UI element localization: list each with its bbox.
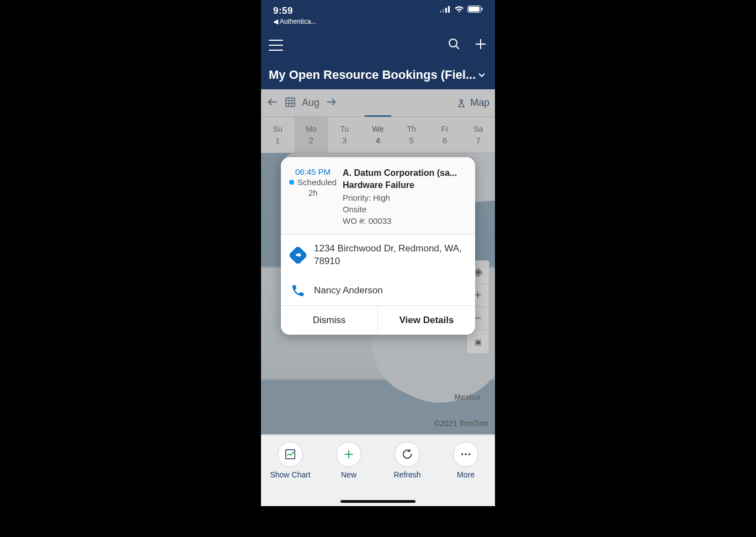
view-title: My Open Resource Bookings (Fiel... <box>269 68 476 82</box>
refresh-button[interactable]: Refresh <box>378 442 436 506</box>
cellular-icon <box>440 6 451 13</box>
map-toggle[interactable]: Map <box>456 97 489 109</box>
menu-button[interactable] <box>269 40 283 51</box>
phone-frame: 9:59 ◀ Authentica... My Open Resource Bo… <box>261 0 495 506</box>
dismiss-button[interactable]: Dismiss <box>281 306 378 335</box>
svg-point-7 <box>449 39 457 47</box>
refresh-icon <box>401 448 413 460</box>
map-country-label: Mexico <box>455 393 481 401</box>
svg-point-25 <box>461 453 463 455</box>
booking-company: A. Datum Corporation (sa... <box>343 167 466 179</box>
status-indicators <box>440 6 483 13</box>
booking-location-type: Onsite <box>343 203 466 215</box>
status-bar: 9:59 ◀ Authentica... <box>261 0 495 30</box>
prev-period-button[interactable] <box>267 96 279 110</box>
app-nav-bar <box>261 30 495 61</box>
search-button[interactable] <box>448 37 461 53</box>
call-row[interactable]: Nancy Anderson <box>281 276 475 305</box>
chart-icon <box>284 448 296 460</box>
booking-status: Scheduled <box>297 178 337 187</box>
calendar-button[interactable] <box>284 96 296 110</box>
day-fr[interactable]: Fr6 <box>428 117 462 153</box>
day-mo[interactable]: Mo2 <box>295 117 328 153</box>
map-pin-icon <box>456 98 467 109</box>
new-button[interactable]: New <box>320 442 378 506</box>
more-button[interactable]: More <box>436 442 495 506</box>
svg-rect-6 <box>482 8 483 10</box>
home-indicator <box>340 500 416 503</box>
wifi-icon <box>454 6 464 13</box>
status-time: 9:59 <box>273 6 293 17</box>
day-sa[interactable]: Sa7 <box>461 117 495 153</box>
arrow-right-icon <box>325 96 337 108</box>
day-th[interactable]: Th5 <box>395 117 428 153</box>
svg-rect-1 <box>443 9 444 13</box>
svg-rect-2 <box>445 8 447 13</box>
booking-time: 06:45 PM <box>295 167 331 176</box>
plus-icon <box>343 448 355 460</box>
day-su[interactable]: Su1 <box>261 117 295 153</box>
week-row: Su1 Mo2 Tu3 We4 Th5 Fr6 Sa7 <box>261 117 495 153</box>
month-label: Aug <box>302 97 320 109</box>
booking-card: 06:45 PM Scheduled 2h A. Datum Corporati… <box>281 157 475 335</box>
svg-point-27 <box>468 453 470 455</box>
chevron-down-icon <box>476 69 487 80</box>
svg-point-26 <box>465 453 466 455</box>
arrow-left-icon <box>267 96 279 108</box>
plus-icon <box>474 37 487 51</box>
next-period-button[interactable] <box>325 96 337 110</box>
show-chart-button[interactable]: Show Chart <box>261 442 320 506</box>
day-tu[interactable]: Tu3 <box>328 117 361 153</box>
svg-rect-5 <box>468 7 480 12</box>
calendar-icon <box>284 96 296 108</box>
bottom-toolbar: Show Chart New Refresh More <box>261 436 495 506</box>
map-credit: ©2021 TomTom <box>434 419 488 428</box>
phone-icon <box>291 283 305 298</box>
more-icon <box>460 448 472 460</box>
svg-line-8 <box>456 46 459 49</box>
map-toggle-label: Map <box>470 97 489 109</box>
view-title-bar[interactable]: My Open Resource Bookings (Fiel... <box>261 61 495 89</box>
booking-address: 1234 Birchwood Dr, Redmond, WA, 78910 <box>314 243 466 268</box>
directions-row[interactable]: 1234 Birchwood Dr, Redmond, WA, 78910 <box>281 235 475 276</box>
directions-icon <box>290 247 306 264</box>
booking-wo: WO #: 00033 <box>343 215 466 227</box>
svg-rect-3 <box>448 6 450 13</box>
booking-contact: Nancy Anderson <box>314 285 383 296</box>
status-back-app[interactable]: ◀ Authentica... <box>273 18 316 25</box>
add-button[interactable] <box>474 37 487 53</box>
battery-icon <box>467 6 483 13</box>
booking-priority: Priority: High <box>343 192 466 203</box>
view-details-button[interactable]: View Details <box>378 306 475 335</box>
status-dot-icon <box>289 180 294 185</box>
booking-issue: Hardware Failure <box>343 179 466 191</box>
search-icon <box>448 37 461 51</box>
booking-duration: 2h <box>308 188 318 197</box>
svg-rect-12 <box>286 98 295 106</box>
day-we[interactable]: We4 <box>361 117 395 153</box>
svg-rect-0 <box>440 10 441 13</box>
date-nav: Aug Map <box>261 89 495 117</box>
